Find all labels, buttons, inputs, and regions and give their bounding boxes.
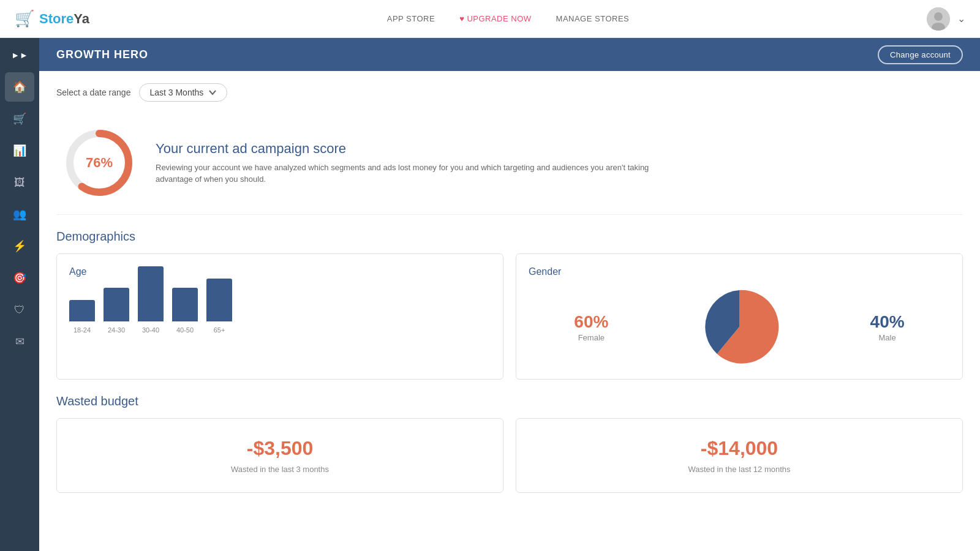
male-pct: 40% [870, 312, 905, 332]
sidebar-item-ads[interactable]: 🖼 [5, 168, 34, 197]
sidebar-item-audience[interactable]: 👥 [5, 200, 34, 229]
nav-right: ⌄ [927, 7, 965, 31]
bar-40-50 [172, 288, 198, 321]
bar-group-30-40: 30-40 [138, 266, 164, 334]
score-title: Your current ad campaign score [156, 141, 658, 157]
wasted-budget-section: Wasted budget -$3,500 Wasted in the last… [56, 394, 963, 493]
sidebar-item-email[interactable]: ✉ [5, 327, 34, 356]
wasted-desc-3months: Wasted in the last 3 months [231, 465, 329, 474]
score-card: 76% Your current ad campaign score Revie… [56, 114, 963, 215]
date-range-value: Last 3 Months [149, 88, 203, 97]
bar-group-18-24: 18-24 [69, 300, 95, 334]
sidebar: ►► 🏠 🛒 📊 🖼 👥 ⚡ 🎯 🛡 ✉ [0, 38, 39, 551]
wasted-inner-2: -$14,000 Wasted in the last 12 months [529, 431, 950, 480]
page-content: Select a date range Last 3 Months 76% [39, 71, 980, 551]
demographics-title: Demographics [56, 230, 963, 244]
bar-30-40 [138, 266, 164, 321]
wasted-card-3months: -$3,500 Wasted in the last 3 months [56, 418, 503, 493]
change-account-button[interactable]: Change account [878, 45, 963, 64]
date-range-label: Select a date range [56, 88, 130, 97]
cart-icon: 🛒 [15, 9, 34, 28]
date-range-row: Select a date range Last 3 Months [56, 83, 963, 102]
content-area: GROWTH HERO Change account Select a date… [39, 38, 980, 551]
sidebar-item-store[interactable]: 🛒 [5, 104, 34, 133]
wasted-amount-12months: -$14,000 [701, 437, 778, 460]
score-description: Reviewing your account we have analyzed … [156, 162, 658, 186]
age-card: Age 18-24 24-30 [56, 253, 503, 380]
gender-card-title: Gender [529, 266, 950, 277]
nav-manage-stores[interactable]: MANAGE STORES [556, 14, 630, 23]
nav-upgrade[interactable]: UPGRADE NOW [459, 14, 531, 23]
sidebar-item-shield[interactable]: 🛡 [5, 295, 34, 324]
bar-label-24-30: 24-30 [108, 326, 125, 334]
sidebar-item-analytics[interactable]: 📊 [5, 136, 34, 165]
wasted-amount-3months: -$3,500 [247, 437, 314, 460]
bar-label-40-50: 40-50 [176, 326, 194, 334]
score-text: Your current ad campaign score Reviewing… [156, 141, 658, 186]
nav-links: APP STORE UPGRADE NOW MANAGE STORES [387, 14, 630, 23]
bar-65plus [206, 279, 232, 321]
top-nav: 🛒 StoreYa APP STORE UPGRADE NOW MANAGE S… [0, 0, 980, 38]
avatar[interactable] [927, 7, 950, 31]
bar-18-24 [69, 300, 95, 321]
page-header: GROWTH HERO Change account [39, 38, 980, 71]
bar-label-30-40: 30-40 [142, 326, 159, 334]
male-stat: 40% Male [870, 312, 905, 342]
bar-group-24-30: 24-30 [104, 288, 129, 334]
svg-point-1 [934, 12, 943, 21]
bar-label-65plus: 65+ [214, 326, 225, 334]
age-card-title: Age [69, 266, 491, 277]
age-bar-chart: 18-24 24-30 30-40 [69, 287, 491, 348]
bar-group-65plus: 65+ [206, 279, 232, 334]
male-label: Male [870, 333, 905, 342]
bar-24-30 [104, 288, 129, 321]
donut-chart: 76% [62, 126, 136, 200]
female-label: Female [574, 333, 608, 342]
sidebar-item-boost[interactable]: ⚡ [5, 231, 34, 261]
main-layout: ►► 🏠 🛒 📊 🖼 👥 ⚡ 🎯 🛡 ✉ GROWTH HERO Change … [0, 38, 980, 551]
sidebar-item-targeting[interactable]: 🎯 [5, 263, 34, 293]
logo[interactable]: 🛒 StoreYa [15, 9, 89, 28]
sidebar-toggle[interactable]: ►► [5, 44, 34, 66]
chevron-down-icon [208, 88, 217, 97]
page-title: GROWTH HERO [56, 48, 148, 61]
wasted-inner-1: -$3,500 Wasted in the last 3 months [69, 431, 491, 480]
logo-text: StoreYa [39, 11, 89, 27]
bar-group-40-50: 40-50 [172, 288, 198, 334]
bar-label-18-24: 18-24 [74, 326, 91, 334]
gender-card: Gender 60% Female [516, 253, 963, 380]
score-value: 76% [86, 155, 113, 171]
demographics-section: Demographics Age 18-24 24-30 [56, 230, 963, 380]
wasted-budget-cards: -$3,500 Wasted in the last 3 months -$14… [56, 418, 963, 493]
nav-app-store[interactable]: APP STORE [387, 14, 435, 23]
demographics-cards: Age 18-24 24-30 [56, 253, 963, 380]
gender-content: 60% Female 40% [529, 287, 950, 367]
wasted-card-12months: -$14,000 Wasted in the last 12 months [516, 418, 963, 493]
female-stat: 60% Female [574, 312, 608, 342]
date-range-select[interactable]: Last 3 Months [139, 83, 227, 102]
female-pct: 60% [574, 312, 608, 332]
sidebar-item-home[interactable]: 🏠 [5, 72, 34, 102]
gender-pie-chart [699, 287, 779, 367]
wasted-desc-12months: Wasted in the last 12 months [688, 465, 790, 474]
wasted-budget-title: Wasted budget [56, 394, 963, 408]
account-chevron[interactable]: ⌄ [957, 13, 965, 24]
